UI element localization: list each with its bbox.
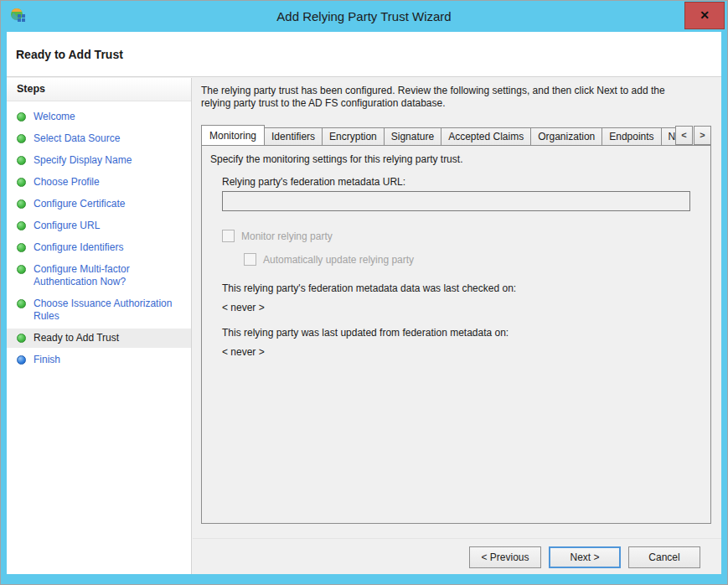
step-label: Choose Issuance Authorization Rules: [34, 298, 186, 323]
sidebar-step-welcome[interactable]: Welcome: [7, 107, 191, 127]
steps-list: WelcomeSelect Data SourceSpecify Display…: [7, 107, 191, 370]
step-label: Finish: [34, 354, 60, 366]
federation-metadata-url-input[interactable]: [222, 191, 690, 211]
page-title: Ready to Add Trust: [16, 48, 123, 61]
last-checked-label: This relying party's federation metadata…: [222, 282, 516, 294]
main-content: The relying party trust has been configu…: [193, 78, 721, 574]
steps-heading: Steps: [7, 78, 191, 101]
step-label: Select Data Source: [34, 132, 120, 145]
step-label: Configure Identifiers: [34, 241, 123, 254]
tab-scroll-right-button[interactable]: >: [694, 126, 711, 145]
tab-monitoring[interactable]: Monitoring: [201, 125, 265, 145]
cancel-button[interactable]: Cancel: [628, 546, 700, 568]
step-label: Ready to Add Trust: [34, 332, 119, 344]
step-status-dot-icon: [17, 299, 26, 308]
last-updated-label: This relying party was last updated from…: [222, 327, 509, 339]
previous-button[interactable]: < Previous: [469, 546, 541, 568]
step-status-dot-icon: [17, 355, 26, 365]
close-button[interactable]: ✕: [684, 2, 725, 29]
page-header: Ready to Add Trust: [7, 32, 721, 77]
step-label: Configure Certificate: [34, 198, 125, 210]
federation-metadata-url-label: Relying party's federation metadata URL:: [222, 176, 405, 188]
sidebar-step-ready-to-add-trust: Ready to Add Trust: [7, 329, 191, 348]
tab-strip: MonitoringIdentifiersEncryptionSignature…: [201, 124, 711, 145]
last-checked-value: < never >: [222, 302, 265, 313]
titlebar[interactable]: Add Relying Party Trust Wizard ✕: [1, 1, 727, 32]
tab-encryption[interactable]: Encryption: [322, 127, 385, 145]
monitor-relying-party-checkbox[interactable]: Monitor relying party: [222, 230, 333, 242]
step-status-dot-icon: [17, 265, 26, 274]
wizard-window: Add Relying Party Trust Wizard ✕ Ready t…: [0, 0, 728, 585]
tab-scroll-left-button[interactable]: <: [675, 126, 693, 145]
step-status-dot-icon: [17, 221, 26, 230]
step-status-dot-icon: [17, 178, 26, 187]
step-status-dot-icon: [17, 243, 26, 252]
step-status-dot-icon: [17, 112, 26, 122]
step-status-dot-icon: [17, 156, 26, 165]
step-label: Configure Multi-factor Authentication No…: [34, 263, 186, 288]
step-status-dot-icon: [17, 334, 26, 343]
sidebar-step-configure-multi-factor-authentication-now[interactable]: Configure Multi-factor Authentication No…: [7, 260, 191, 292]
step-label: Choose Profile: [34, 176, 100, 189]
sidebar-step-configure-identifiers[interactable]: Configure Identifiers: [7, 238, 191, 257]
tab-organization[interactable]: Organization: [530, 127, 602, 145]
sidebar-step-configure-certificate[interactable]: Configure Certificate: [7, 194, 191, 214]
checkbox-box-icon: [244, 253, 256, 266]
step-label: Specify Display Name: [34, 154, 132, 167]
auto-update-relying-party-checkbox[interactable]: Automatically update relying party: [244, 253, 414, 266]
next-button[interactable]: Next >: [549, 546, 621, 568]
trust-properties-tab-control: MonitoringIdentifiersEncryptionSignature…: [201, 124, 711, 524]
monitoring-instruction: Specify the monitoring settings for this…: [210, 153, 462, 165]
window-title: Add Relying Party Trust Wizard: [1, 1, 727, 32]
tab-scroll-buttons: < >: [674, 126, 711, 145]
sidebar-step-select-data-source[interactable]: Select Data Source: [7, 129, 191, 148]
tab-endpoints[interactable]: Endpoints: [602, 127, 661, 145]
monitor-relying-party-label: Monitor relying party: [241, 230, 333, 242]
step-label: Configure URL: [34, 220, 100, 232]
monitoring-tab-panel: Specify the monitoring settings for this…: [201, 145, 711, 524]
tab-signature[interactable]: Signature: [384, 127, 441, 145]
step-label: Welcome: [34, 111, 75, 123]
checkbox-box-icon: [222, 230, 235, 242]
auto-update-relying-party-label: Automatically update relying party: [263, 254, 414, 266]
tab-accepted-claims[interactable]: Accepted Claims: [441, 127, 531, 145]
step-status-dot-icon: [17, 199, 26, 209]
last-updated-value: < never >: [222, 346, 265, 358]
sidebar-step-finish: Finish: [7, 350, 191, 370]
step-status-dot-icon: [17, 134, 26, 143]
sidebar-step-specify-display-name[interactable]: Specify Display Name: [7, 151, 191, 170]
wizard-footer: < Previous Next > Cancel: [193, 538, 721, 568]
wizard-client-area: Ready to Add Trust Steps WelcomeSelect D…: [7, 32, 721, 574]
sidebar-step-configure-url[interactable]: Configure URL: [7, 216, 191, 236]
intro-text: The relying party trust has been configu…: [201, 85, 696, 110]
tab-identifiers[interactable]: Identifiers: [264, 127, 323, 145]
sidebar-step-choose-profile[interactable]: Choose Profile: [7, 173, 191, 192]
sidebar-step-choose-issuance-authorization-rules[interactable]: Choose Issuance Authorization Rules: [7, 294, 191, 326]
steps-sidebar: Steps WelcomeSelect Data SourceSpecify D…: [7, 78, 192, 574]
